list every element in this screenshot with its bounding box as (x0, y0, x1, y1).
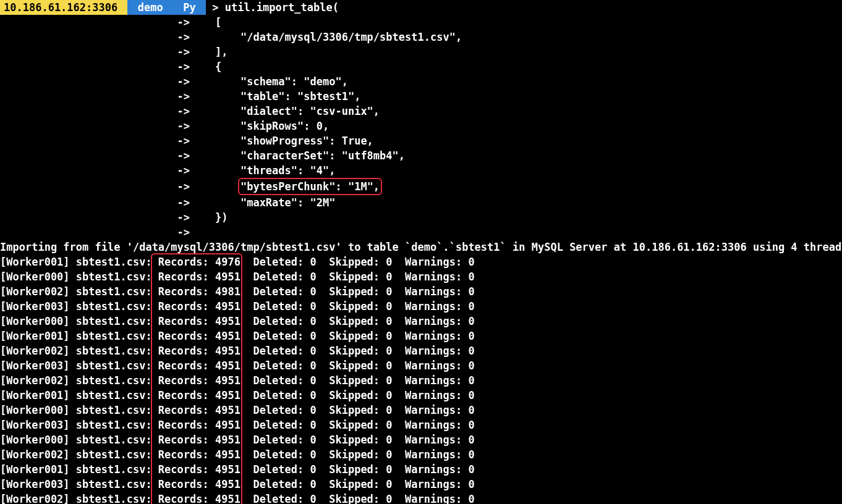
continuation-arrow: -> (0, 180, 190, 193)
continuation-line: -> "maxRate": "2M" (0, 195, 842, 210)
continuation-arrow: -> (0, 135, 190, 147)
continuation-arrow: -> (0, 105, 190, 117)
continuation-line: -> "bytesPerChunk": "1M", (0, 178, 842, 195)
continuation-arrow: -> (0, 120, 190, 132)
continuation-arrow: -> (0, 61, 190, 73)
command-text: util.import_table( (225, 1, 339, 14)
worker-line: [Worker003] sbtest1.csv: Records: 4951 D… (0, 477, 842, 492)
lang-badge: Py (173, 0, 206, 15)
worker-line: [Worker002] sbtest1.csv: Records: 4951 D… (0, 373, 842, 388)
continuation-arrow: -> (0, 90, 190, 103)
worker-line: [Worker002] sbtest1.csv: Records: 4951 D… (0, 343, 842, 358)
continuation-line: -> "skipRows": 0, (0, 119, 842, 133)
db-badge: demo (127, 0, 172, 15)
worker-line: [Worker003] sbtest1.csv: Records: 4951 D… (0, 418, 842, 432)
continuation-arrow: -> (0, 46, 190, 58)
continuation-arrow: -> (0, 196, 190, 209)
continuation-line: -> }) (0, 210, 842, 225)
worker-line: [Worker001] sbtest1.csv: Records: 4976 D… (0, 254, 842, 269)
continuation-line: -> "schema": "demo", (0, 74, 842, 89)
host-badge: 10.186.61.162:3306 (0, 0, 127, 15)
worker-line: [Worker000] sbtest1.csv: Records: 4951 D… (0, 432, 842, 447)
continuation-line: -> "threads": "4", (0, 163, 842, 178)
prompt-line: 10.186.61.162:3306 demo Py > util.import… (0, 0, 842, 15)
continuation-line: -> [ (0, 15, 842, 30)
worker-line: [Worker000] sbtest1.csv: Records: 4951 D… (0, 403, 842, 418)
continuation-arrow: -> (0, 75, 190, 88)
continuation-arrow: -> (0, 16, 190, 28)
worker-line: [Worker002] sbtest1.csv: Records: 4951 D… (0, 492, 842, 504)
continuation-arrow: -> (0, 164, 190, 177)
continuation-line: -> { (0, 59, 842, 74)
worker-output: [Worker001] sbtest1.csv: Records: 4976 D… (0, 254, 842, 504)
continuation-line: -> "table": "sbtest1", (0, 89, 842, 104)
continuation-arrow: -> (0, 226, 190, 238)
worker-line: [Worker001] sbtest1.csv: Records: 4951 D… (0, 462, 842, 477)
status-line: Importing from file '/data/mysql/3306/tm… (0, 240, 842, 254)
worker-line: [Worker002] sbtest1.csv: Records: 4981 D… (0, 284, 842, 299)
worker-line: [Worker002] sbtest1.csv: Records: 4951 D… (0, 447, 842, 462)
worker-line: [Worker001] sbtest1.csv: Records: 4951 D… (0, 388, 842, 403)
bytes-per-chunk-highlight: "bytesPerChunk": "1M", (238, 178, 382, 195)
worker-line: [Worker000] sbtest1.csv: Records: 4951 D… (0, 269, 842, 284)
continuation-line: -> ], (0, 44, 842, 59)
continuation-line: -> "dialect": "csv-unix", (0, 104, 842, 119)
continuation-arrow: -> (0, 31, 190, 43)
continuation-lines: -> [ -> "/data/mysql/3306/tmp/sbtest1.cs… (0, 15, 842, 240)
worker-line: [Worker003] sbtest1.csv: Records: 4951 D… (0, 358, 842, 373)
terminal[interactable]: 10.186.61.162:3306 demo Py > util.import… (0, 0, 842, 504)
prompt-caret: > (212, 1, 218, 14)
continuation-arrow: -> (0, 149, 190, 162)
continuation-line: -> "/data/mysql/3306/tmp/sbtest1.csv", (0, 30, 842, 44)
worker-line: [Worker000] sbtest1.csv: Records: 4951 D… (0, 314, 842, 329)
continuation-line: -> (0, 225, 842, 240)
continuation-line: -> "showProgress": True, (0, 133, 842, 148)
continuation-arrow: -> (0, 211, 190, 224)
continuation-line: -> "characterSet": "utf8mb4", (0, 148, 842, 163)
worker-line: [Worker003] sbtest1.csv: Records: 4951 D… (0, 299, 842, 314)
worker-line: [Worker001] sbtest1.csv: Records: 4951 D… (0, 329, 842, 343)
